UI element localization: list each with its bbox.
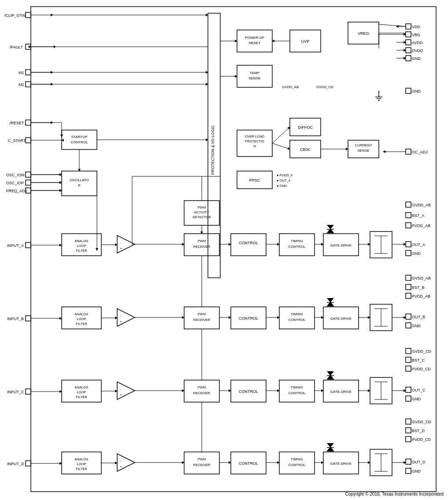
pin-dvdd: DVDD [412, 49, 423, 53]
svg-rect-42 [406, 88, 411, 93]
svg-rect-83 [406, 284, 411, 290]
pin-pvdd-ab-b: PVDD_AB [412, 294, 430, 299]
diffoc-label: DIFFOC [298, 125, 313, 130]
comp-d-minus: - [120, 459, 121, 463]
ppsc-gnd: ● GND [277, 184, 287, 188]
pin-gnd-a: GND [412, 251, 421, 256]
overload-label2: PROTECTIO [245, 139, 264, 143]
analog-loop-c-label3: FILTER [76, 395, 87, 399]
timing-control-a-label2: CONTROL [288, 245, 306, 249]
startup-control-label: STARTUP [71, 135, 88, 139]
svg-rect-7 [26, 82, 31, 87]
svg-rect-82 [406, 275, 411, 280]
svg-rect-19 [26, 243, 31, 248]
timing-control-b-label: TIMING [291, 312, 303, 316]
timing-control-d-label2: CONTROL [288, 463, 306, 467]
analog-loop-a-label2: LOOP [77, 244, 86, 248]
pin-gvdd-ab-a: GVDD_AB [412, 203, 431, 207]
power-up-reset-label2: RESET [249, 41, 261, 45]
svg-rect-47 [406, 149, 411, 154]
overload-label: OVER-LOAD [245, 134, 265, 138]
main-container: /CLIP_OTW /FAULT M1 M2 /RESET C_START OS… [0, 0, 448, 500]
timing-control-c-label: TIMING [291, 385, 303, 389]
pin-clip-otw: /CLIP_OTW [4, 13, 26, 18]
svg-rect-34 [406, 32, 411, 37]
svg-rect-49 [62, 130, 97, 149]
pin-gnd-c: GND [412, 397, 421, 401]
pin-osciom: OSC_IOM [6, 173, 25, 177]
temp-sense-label: TEMP [250, 71, 259, 75]
temp-sense-label2: SENSE [248, 76, 260, 80]
comp-a-plus: + [120, 246, 122, 250]
gvdd-cd-label: GVDD_CD [316, 85, 333, 89]
svg-rect-70 [406, 242, 411, 247]
overload-label3: N [253, 144, 255, 148]
pin-m2: M2 [19, 82, 24, 87]
svg-rect-23 [26, 389, 31, 394]
power-up-reset-label: POWER-UP [245, 36, 264, 40]
pin-bst-a: BST_A [412, 213, 425, 218]
pwm-receiver-d-label: PWM [198, 457, 206, 461]
svg-rect-0 [31, 7, 436, 492]
pwm-receiver-c-label: PWM [198, 385, 206, 389]
pin-inputb: INPUT_B [7, 317, 24, 321]
svg-rect-40 [406, 56, 411, 61]
svg-rect-115 [406, 459, 411, 464]
comp-c-minus: - [120, 387, 121, 391]
pin-gnd1: GND [412, 56, 421, 61]
pin-osciop: OSC_IOP [6, 181, 24, 185]
pwm-receiver-a-label: PWM [198, 239, 206, 243]
svg-rect-112 [406, 419, 411, 424]
svg-line-187 [272, 127, 290, 143]
control-b-label: CONTROL [239, 316, 258, 321]
gate-drive-a-label: GATE-DRIVE [330, 243, 352, 247]
pin-gnd-b: GND [412, 324, 421, 328]
oscillator-label2: R [78, 183, 81, 187]
pwm-receiver-a-label2: RECEIVER [193, 245, 211, 249]
control-a-label: CONTROL [239, 241, 258, 245]
pin-pvdd-ab-a: PVDD_AB [412, 224, 430, 228]
svg-rect-38 [406, 48, 411, 53]
pin-pvdd-cd-d: PVDD_CD [412, 437, 431, 442]
timing-control-d-label: TIMING [291, 457, 303, 461]
pin-out-a: OUT_A [412, 243, 425, 247]
pin-inputc: INPUT_C [7, 390, 24, 394]
analog-loop-b-label2: LOOP [77, 317, 86, 321]
svg-rect-51 [237, 130, 272, 157]
pin-inputd: INPUT_D [7, 462, 24, 466]
copyright-text: Copyright © 2016, Texas Instruments Inco… [345, 492, 444, 496]
pin-freqadj: FREQ_ADJ [6, 189, 27, 193]
svg-rect-68 [406, 213, 411, 218]
svg-rect-32 [406, 24, 411, 29]
svg-rect-25 [26, 461, 31, 466]
pin-vbg: VBG [412, 33, 420, 37]
comp-c-plus: + [120, 393, 122, 397]
comp-b-plus: + [120, 320, 122, 324]
analog-loop-d-label2: LOOP [77, 462, 86, 466]
svg-rect-36 [406, 40, 411, 45]
analog-loop-d-label3: FILTER [76, 467, 87, 471]
svg-rect-101 [406, 396, 411, 401]
gate-drive-b-label: GATE-DRIVE [330, 317, 352, 321]
svg-rect-71 [406, 250, 411, 256]
analog-loop-b-label3: FILTER [76, 322, 87, 326]
pwm-receiver-c-label2: RECEIVER [193, 391, 211, 395]
svg-line-128 [379, 24, 406, 26]
svg-rect-97 [406, 348, 411, 354]
svg-rect-98 [406, 357, 411, 362]
timing-control-c-label2: CONTROL [288, 391, 306, 395]
pin-avdd: AVDD [412, 41, 423, 45]
timing-control-b-label2: CONTROL [288, 318, 306, 322]
ppsc-pvdd: ● PVDD_X [277, 173, 293, 177]
svg-rect-86 [406, 323, 411, 328]
svg-rect-100 [406, 387, 411, 392]
comp-d-plus: + [120, 465, 122, 469]
control-d-label: CONTROL [239, 461, 258, 466]
pwm-activity-label2: ACTIVITY [194, 210, 209, 214]
pin-fault: /FAULT [10, 45, 23, 49]
svg-rect-15 [26, 180, 31, 185]
analog-loop-c-label: ANALOG [74, 385, 88, 389]
pin-out-b: OUT_B [412, 315, 425, 319]
pin-gvdd-cd-d: GVDD_CD [412, 420, 432, 424]
control-c-label: CONTROL [239, 389, 258, 394]
